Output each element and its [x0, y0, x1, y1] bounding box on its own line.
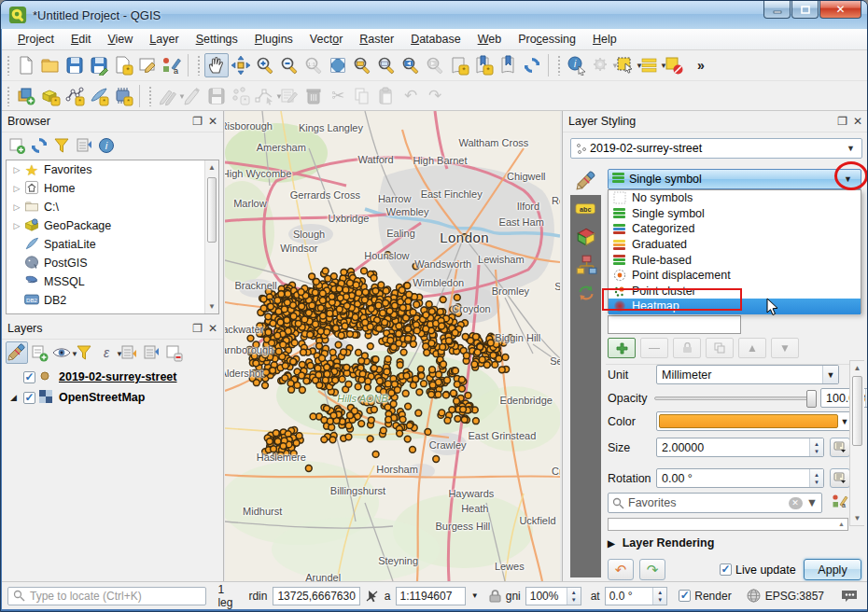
undo-button[interactable]: ↶ — [399, 84, 423, 108]
style-manager-button[interactable]: a — [160, 53, 184, 77]
title-bar[interactable]: *Untitled Project - QGIS ✕ — [1, 1, 867, 29]
browser-item-home[interactable]: ▷Home — [7, 179, 218, 198]
save-edits-button[interactable] — [204, 84, 229, 108]
clear-icon[interactable]: ✕ — [789, 497, 803, 509]
apply-button[interactable]: Apply — [804, 559, 861, 580]
size-override-button[interactable] — [830, 438, 850, 457]
save-project-as-button[interactable] — [87, 53, 111, 77]
style-filter-combo[interactable]: Favorites ✕ ▼ — [608, 493, 822, 513]
spinner-arrows-icon[interactable]: ▲▼ — [567, 588, 581, 605]
refresh-button[interactable] — [520, 53, 544, 77]
pan-map-button[interactable] — [204, 53, 229, 77]
symbology-option-no-symbols[interactable]: No symbols — [609, 190, 861, 206]
layer-item-201902surreystreet[interactable]: ✓2019-02-surrey-street — [6, 367, 219, 387]
expand-arrow-icon[interactable]: ▷ — [10, 184, 23, 193]
data-source-manager-button[interactable] — [14, 84, 38, 108]
browser-item-favorites[interactable]: ▷★Favorites — [7, 160, 218, 179]
styling-layer-combo[interactable]: 2019-02-surrey-street ▼ — [570, 138, 862, 159]
menu-raster[interactable]: Raster — [351, 30, 402, 49]
rotation-spinbox-status[interactable]: 0.0 °▲▼ — [605, 587, 668, 605]
deselect-features-button[interactable] — [662, 53, 686, 77]
spinner-arrows-icon[interactable]: ▲ — [838, 521, 845, 527]
expand-arrow-icon[interactable]: ◢ — [7, 393, 20, 402]
menu-project[interactable]: Project — [9, 30, 63, 49]
symbology-type-combo[interactable]: Single symbol ▼ — [608, 169, 861, 189]
tab-history[interactable] — [570, 279, 601, 307]
minimize-button[interactable] — [763, 1, 791, 19]
add-feature-button[interactable]: * — [229, 84, 253, 108]
bookmark-button[interactable] — [496, 53, 520, 77]
browser-item-mssql[interactable]: MSSQL — [7, 272, 218, 291]
unit-combo[interactable]: Millimeter ▼ — [656, 365, 839, 384]
symbology-option-graduated[interactable]: Graduated — [609, 237, 861, 253]
expand-arrow-icon[interactable]: ▷ — [10, 221, 23, 230]
browser-collapse-all-button[interactable] — [73, 134, 95, 157]
new-virtual-layer-button[interactable]: * — [111, 84, 135, 108]
symbology-option-single-symbol[interactable]: Single symbol — [609, 206, 861, 222]
symbology-option-point-displacement[interactable]: Point displacement — [609, 268, 861, 284]
messages-bubble-icon[interactable] — [841, 589, 858, 603]
tab-3d-view[interactable] — [570, 223, 601, 251]
browser-item-db2[interactable]: DB2DB2 — [7, 291, 218, 310]
browser-item-geopackage[interactable]: ▷GeoPackage — [7, 216, 218, 235]
open-layer-styling-button[interactable] — [6, 341, 28, 364]
browser-properties-button[interactable]: i — [95, 134, 118, 157]
chevron-down-icon[interactable]: ▼ — [806, 496, 818, 509]
menu-processing[interactable]: Processing — [510, 30, 584, 49]
layers-close-icon[interactable]: ✕ — [208, 322, 217, 335]
paste-features-button[interactable] — [374, 84, 399, 108]
color-button[interactable]: ▼ — [656, 411, 854, 431]
render-checkbox[interactable]: ✓ — [679, 590, 691, 602]
browser-close-icon[interactable]: ✕ — [208, 115, 217, 128]
toolbar-grip[interactable] — [7, 86, 11, 106]
add-group-button[interactable] — [28, 341, 50, 364]
chevron-down-icon[interactable]: ▼ — [822, 366, 838, 383]
new-bookmark-button[interactable]: * — [447, 53, 471, 77]
coordinate-box[interactable]: 13725,6667630 — [273, 587, 359, 605]
browser-float-icon[interactable]: ❐ — [192, 115, 203, 128]
zoom-next-button[interactable] — [423, 53, 447, 77]
remove-symbol-button[interactable]: — — [640, 338, 668, 358]
manage-visibility-button[interactable]: ▼ — [50, 341, 73, 364]
browser-refresh-button[interactable] — [28, 134, 50, 157]
identify-features-button[interactable]: i — [565, 53, 589, 77]
zoom-in-button[interactable] — [253, 53, 277, 77]
spinner-arrows-icon[interactable]: ▲▼ — [652, 588, 666, 605]
current-edits-button[interactable]: ▼ — [156, 84, 180, 108]
vertex-tool-button[interactable]: ▼ — [253, 84, 277, 108]
live-update-checkbox[interactable]: ✓ — [720, 563, 732, 576]
collapse-all-button[interactable] — [140, 341, 162, 364]
menu-web[interactable]: Web — [469, 30, 510, 49]
crs-label[interactable]: EPSG:3857 — [765, 590, 824, 603]
zoom-to-selection-button[interactable] — [350, 53, 374, 77]
tab-diagrams[interactable] — [570, 251, 601, 279]
duplicate-symbol-button[interactable] — [706, 338, 734, 358]
zoom-last-button[interactable] — [399, 53, 423, 77]
expand-all-button[interactable] — [118, 341, 140, 364]
maximize-button[interactable] — [791, 1, 819, 19]
tab-symbology[interactable] — [570, 167, 601, 195]
layer-rendering-section[interactable]: ▶ Layer Rendering — [608, 536, 714, 549]
open-project-button[interactable] — [38, 53, 63, 77]
symbology-option-rule-based[interactable]: Rule-based — [609, 252, 861, 268]
browser-item-c[interactable]: ▷C:\ — [7, 198, 218, 216]
new-geopackage-layer-button[interactable]: * — [38, 84, 63, 108]
show-layout-manager-button[interactable] — [135, 53, 160, 77]
lock-symbol-button[interactable] — [673, 338, 701, 358]
tab-labels[interactable]: abc — [570, 195, 601, 223]
filter-expression-button[interactable]: ε▼ — [95, 341, 118, 364]
zoom-to-layer-button[interactable] — [374, 53, 399, 77]
copy-features-button[interactable] — [350, 84, 374, 108]
close-button[interactable]: ✕ — [819, 1, 861, 19]
new-project-button[interactable] — [14, 53, 38, 77]
new-shapefile-layer-button[interactable]: * — [63, 84, 87, 108]
toggle-editing-button[interactable] — [180, 84, 204, 108]
rotation-spinbox[interactable]: 0.00 ° ▲▼ — [656, 468, 824, 488]
chevron-down-icon[interactable]: ▼ — [471, 591, 479, 600]
toolbar-overflow-button[interactable]: » — [686, 53, 710, 77]
menu-vector[interactable]: Vector — [301, 30, 351, 49]
browser-add-layer-button[interactable] — [6, 134, 28, 157]
filter-legend-button[interactable] — [73, 341, 95, 364]
symbology-option-categorized[interactable]: Categorized — [609, 221, 861, 237]
layer-visibility-checkbox[interactable]: ✓ — [23, 371, 35, 383]
